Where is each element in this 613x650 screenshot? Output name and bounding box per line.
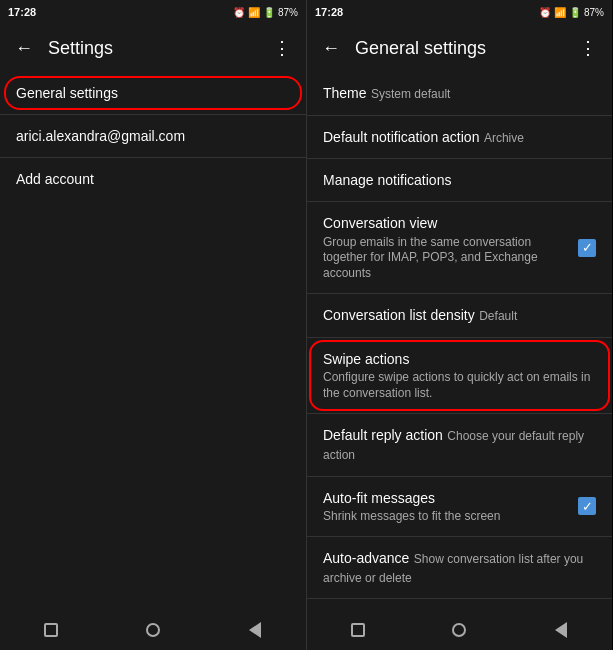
left-panel: 17:28 ⏰ 📶 🔋 87% ← Settings ⋮ General set… xyxy=(0,0,306,650)
manage-notif-title: Manage notifications xyxy=(323,172,451,188)
recents-icon-left xyxy=(44,623,58,637)
recents-button-right[interactable] xyxy=(343,615,373,645)
settings-item-convo-density[interactable]: Conversation list density Default xyxy=(307,294,612,337)
notif-action-title: Default notification action xyxy=(323,129,479,145)
settings-item-notif-action[interactable]: Default notification action Archive xyxy=(307,116,612,159)
general-settings-title: General settings xyxy=(16,85,118,101)
battery-icon-right: 🔋 xyxy=(569,7,581,18)
app-bar-left: ← Settings ⋮ xyxy=(0,24,306,72)
time-right: 17:28 xyxy=(315,6,343,18)
settings-item-add-account[interactable]: Add account xyxy=(0,158,306,200)
title-left: Settings xyxy=(44,38,262,59)
autofit-check-icon: ✓ xyxy=(582,500,593,513)
recents-button-left[interactable] xyxy=(36,615,66,645)
settings-list-right: Theme System default Default notificatio… xyxy=(307,72,612,610)
settings-item-convo-view[interactable]: Conversation view Group emails in the sa… xyxy=(307,202,612,293)
back-icon-right xyxy=(555,622,567,638)
reply-action-title: Default reply action xyxy=(323,427,443,443)
nav-bar-left xyxy=(0,610,306,650)
back-arrow-icon-left: ← xyxy=(15,38,33,59)
back-icon-left xyxy=(249,622,261,638)
settings-list-left: General settings arici.alexandra@gmail.c… xyxy=(0,72,306,610)
autofit-subtitle: Shrink messages to fit the screen xyxy=(323,509,578,525)
more-button-right[interactable]: ⋮ xyxy=(568,28,608,68)
status-bar-left: 17:28 ⏰ 📶 🔋 87% xyxy=(0,0,306,24)
autofit-title: Auto-fit messages xyxy=(323,490,435,506)
convo-view-row: Conversation view Group emails in the sa… xyxy=(323,214,596,281)
settings-item-swipe[interactable]: Swipe actions Configure swipe actions to… xyxy=(307,338,612,413)
autoadvance-title: Auto-advance xyxy=(323,550,409,566)
status-bar-right: 17:28 ⏰ 📶 🔋 87% xyxy=(307,0,612,24)
settings-item-account[interactable]: arici.alexandra@gmail.com xyxy=(0,115,306,157)
swipe-subtitle: Configure swipe actions to quickly act o… xyxy=(323,370,596,401)
battery-pct-right: 87% xyxy=(584,7,604,18)
more-icon-left: ⋮ xyxy=(273,37,291,59)
back-button-right[interactable]: ← xyxy=(311,28,351,68)
convo-view-text: Conversation view Group emails in the sa… xyxy=(323,214,578,281)
autofit-text: Auto-fit messages Shrink messages to fit… xyxy=(323,489,578,525)
home-icon-left xyxy=(146,623,160,637)
time-left: 17:28 xyxy=(8,6,36,18)
theme-title: Theme xyxy=(323,85,367,101)
alarm-icon: ⏰ xyxy=(233,7,245,18)
autofit-checkbox[interactable]: ✓ xyxy=(578,497,596,515)
home-button-right[interactable] xyxy=(444,615,474,645)
convo-view-subtitle: Group emails in the same conversation to… xyxy=(323,235,578,282)
convo-view-checkbox[interactable]: ✓ xyxy=(578,239,596,257)
right-panel: 17:28 ⏰ 📶 🔋 87% ← General settings ⋮ The… xyxy=(306,0,612,650)
home-button-left[interactable] xyxy=(138,615,168,645)
swipe-title: Swipe actions xyxy=(323,351,409,367)
convo-density-title: Conversation list density xyxy=(323,307,475,323)
account-title: arici.alexandra@gmail.com xyxy=(16,128,185,144)
recents-icon-right xyxy=(351,623,365,637)
settings-item-general[interactable]: General settings xyxy=(0,72,306,114)
status-icons-right: ⏰ 📶 🔋 87% xyxy=(539,7,604,18)
more-icon-right: ⋮ xyxy=(579,37,597,59)
back-nav-left[interactable] xyxy=(240,615,270,645)
settings-item-weblinks[interactable]: Open web links in Gmail Turn on for fast… xyxy=(307,599,612,610)
convo-view-title: Conversation view xyxy=(323,215,437,231)
convo-density-subtitle: Default xyxy=(479,309,517,323)
battery-pct-left: 87% xyxy=(278,7,298,18)
theme-subtitle: System default xyxy=(371,87,450,101)
nav-bar-right xyxy=(307,610,612,650)
notif-action-subtitle: Archive xyxy=(484,131,524,145)
home-icon-right xyxy=(452,623,466,637)
settings-item-reply-action[interactable]: Default reply action Choose your default… xyxy=(307,414,612,475)
back-arrow-icon-right: ← xyxy=(322,38,340,59)
settings-item-manage-notif[interactable]: Manage notifications xyxy=(307,159,612,201)
autofit-row: Auto-fit messages Shrink messages to fit… xyxy=(323,489,596,525)
settings-item-autofit[interactable]: Auto-fit messages Shrink messages to fit… xyxy=(307,477,612,537)
back-button-left[interactable]: ← xyxy=(4,28,44,68)
more-button-left[interactable]: ⋮ xyxy=(262,28,302,68)
signal-icon-right: 📶 xyxy=(554,7,566,18)
check-icon: ✓ xyxy=(582,241,593,254)
app-bar-right: ← General settings ⋮ xyxy=(307,24,612,72)
status-icons-left: ⏰ 📶 🔋 87% xyxy=(233,7,298,18)
settings-item-theme[interactable]: Theme System default xyxy=(307,72,612,115)
battery-icon: 🔋 xyxy=(263,7,275,18)
add-account-title: Add account xyxy=(16,171,94,187)
title-right: General settings xyxy=(351,38,568,59)
settings-item-autoadvance[interactable]: Auto-advance Show conversation list afte… xyxy=(307,537,612,598)
alarm-icon-right: ⏰ xyxy=(539,7,551,18)
back-nav-right[interactable] xyxy=(546,615,576,645)
signal-icon: 📶 xyxy=(248,7,260,18)
